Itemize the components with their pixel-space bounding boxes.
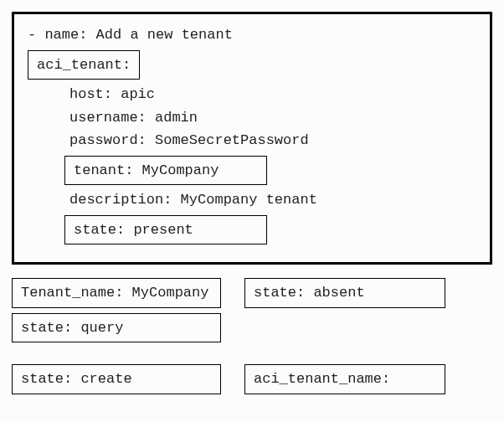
password-line: password: SomeSecretPassword (69, 130, 480, 152)
module-box[interactable]: aci_tenant: (28, 50, 140, 80)
module-line: aci_tenant: (37, 57, 131, 73)
option-aci-tenant-name-text: aci_tenant_name: (254, 371, 390, 387)
options-row-1: Tenant_name: MyCompany state: absent (12, 278, 492, 308)
option-state-create-text: state: create (21, 371, 132, 387)
options-row-3: state: create aci_tenant_name: (12, 364, 492, 394)
option-state-query-text: state: query (21, 320, 123, 336)
option-tenant-name[interactable]: Tenant_name: MyCompany (12, 278, 221, 308)
host-line: host: apic (69, 84, 480, 106)
option-tenant-name-text: Tenant_name: MyCompany (21, 285, 208, 301)
state-line: state: present (74, 222, 193, 238)
option-aci-tenant-name[interactable]: aci_tenant_name: (244, 364, 445, 394)
option-state-create[interactable]: state: create (12, 364, 221, 394)
tenant-line: tenant: MyCompany (74, 162, 219, 178)
option-state-absent-text: state: absent (254, 285, 365, 301)
playbook-task-box: - name: Add a new tenant aci_tenant: hos… (12, 12, 492, 265)
state-box[interactable]: state: present (64, 215, 267, 245)
option-state-absent[interactable]: state: absent (244, 278, 445, 308)
username-line: username: admin (69, 107, 480, 129)
description-line: description: MyCompany tenant (69, 189, 480, 211)
options-row-2: state: query (12, 313, 492, 343)
task-name-line: - name: Add a new tenant (28, 24, 480, 46)
option-state-query[interactable]: state: query (12, 313, 221, 343)
tenant-box[interactable]: tenant: MyCompany (64, 156, 267, 186)
